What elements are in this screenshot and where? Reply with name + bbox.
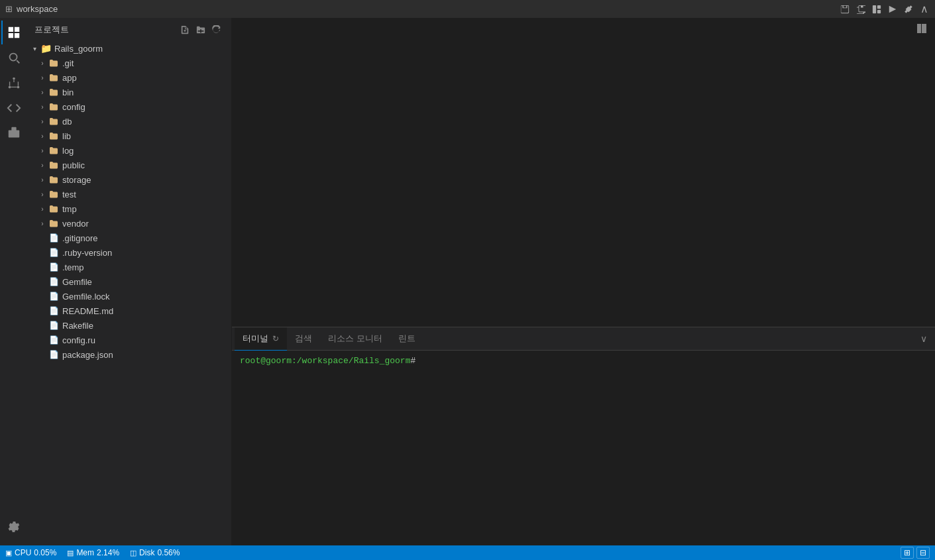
folder-icon: 📁	[40, 42, 52, 54]
activity-search[interactable]	[1, 46, 25, 70]
terminal-tab-3[interactable]: 린트	[390, 327, 423, 351]
file-icon: 📄	[48, 261, 60, 273]
tools-icon[interactable]	[903, 4, 914, 15]
statusbar-layout-btn[interactable]: ⊟	[916, 547, 930, 559]
run-icon[interactable]	[887, 4, 898, 15]
mem-label: Mem	[76, 548, 94, 557]
tree-item-label: app	[62, 73, 77, 83]
chevron-right-icon: ›	[37, 58, 48, 68]
terminal-tab-1[interactable]: 검색	[287, 327, 320, 351]
cpu-label: CPU	[15, 548, 31, 557]
tree-item[interactable]: 📄Rakefile	[27, 318, 231, 333]
tree-item[interactable]: ›log	[27, 143, 231, 158]
terminal-tabs-container: 터미널↻검색리소스 모니터린트	[235, 327, 423, 351]
chevron-right-icon: ›	[37, 101, 48, 112]
svg-rect-0	[873, 5, 876, 13]
activity-code[interactable]	[1, 96, 25, 120]
terminal-tab-label: 터미널	[243, 333, 268, 345]
tree-item[interactable]: 📄.temp	[27, 260, 231, 274]
folder-closed-icon	[48, 188, 60, 200]
folder-closed-icon	[48, 115, 60, 127]
activity-explorer[interactable]	[1, 21, 25, 44]
mem-status[interactable]: ▤ Mem 2.14%	[67, 548, 119, 557]
tree-item-label: test	[62, 190, 76, 199]
tree-root-folder[interactable]: ▾ 📁 Rails_goorm	[27, 41, 231, 56]
tree-item[interactable]: ›db	[27, 114, 231, 129]
chevron-right-icon: ›	[37, 145, 48, 156]
tree-item[interactable]: ›tmp	[27, 201, 231, 216]
cpu-status[interactable]: ▣ CPU 0.05%	[5, 548, 56, 557]
terminal-refresh-icon[interactable]: ↻	[272, 334, 279, 343]
svg-rect-2	[877, 9, 881, 13]
tree-item-label: vendor	[62, 219, 89, 229]
file-icon: 📄	[48, 319, 60, 331]
tree-item[interactable]: 📄Gemfile.lock	[27, 289, 231, 304]
activity-git[interactable]	[1, 71, 25, 95]
sidebar-actions	[178, 23, 223, 36]
tree-item[interactable]: ›storage	[27, 172, 231, 187]
tree-item[interactable]: ›lib	[27, 129, 231, 143]
activity-extensions[interactable]	[1, 121, 25, 145]
sidebar: 프로젝트 ▾ 📁 Rails_goorm	[27, 18, 232, 545]
tree-item[interactable]: ›.git	[27, 56, 231, 70]
chevron-right-icon: ›	[37, 116, 48, 127]
folder-closed-icon	[48, 159, 60, 171]
app-icon: ⊞	[5, 4, 13, 14]
tree-item-label: .ruby-version	[62, 248, 112, 258]
file-icon: 📄	[48, 305, 60, 317]
tree-item[interactable]: ›bin	[27, 85, 231, 99]
titlebar-title: workspace	[17, 4, 58, 14]
file-icon: 📄	[48, 232, 60, 244]
save-all-icon[interactable]	[855, 4, 866, 15]
tree-item-label: Gemfile	[62, 277, 92, 287]
titlebar-right: ∧	[840, 4, 930, 15]
sidebar-title: 프로젝트	[34, 24, 69, 36]
titlebar-left: ⊞ workspace	[5, 4, 58, 14]
chevron-right-icon: ›	[37, 189, 48, 199]
cpu-icon: ▣	[5, 549, 12, 557]
tree-item[interactable]: 📄Gemfile	[27, 274, 231, 289]
terminal-collapse-button[interactable]: ∨	[915, 333, 932, 344]
tree-item[interactable]: 📄.ruby-version	[27, 245, 231, 260]
save-icon[interactable]	[840, 4, 850, 15]
split-editor-button[interactable]	[916, 23, 927, 36]
tree-item[interactable]: ›config	[27, 99, 231, 114]
tree-item-label: storage	[62, 175, 91, 185]
tree-item[interactable]: ›public	[27, 158, 231, 172]
statusbar-grid-btn[interactable]: ⊞	[901, 547, 914, 559]
chevron-right-icon: ›	[37, 218, 48, 229]
tree-item[interactable]: 📄package.json	[27, 347, 231, 362]
activity-bar	[0, 18, 27, 545]
folder-closed-icon	[48, 57, 60, 69]
file-icon: 📄	[48, 276, 60, 288]
activity-settings[interactable]	[1, 515, 25, 539]
disk-status[interactable]: ◫ Disk 0.56%	[130, 548, 180, 557]
tree-item-label: bin	[62, 87, 74, 97]
tree-item[interactable]: 📄config.ru	[27, 333, 231, 347]
terminal-tab-label: 검색	[295, 333, 312, 345]
chevron-down-icon: ▾	[29, 43, 40, 54]
file-icon: 📄	[48, 349, 60, 361]
titlebar: ⊞ workspace ∧	[0, 0, 935, 18]
terminal-tab-2[interactable]: 리소스 모니터	[320, 327, 390, 351]
tree-item[interactable]: ›app	[27, 70, 231, 85]
terminal-content[interactable]: root@goorm:/workspace/Rails_goorm#	[232, 351, 935, 545]
tree-item[interactable]: 📄.gitignore	[27, 231, 231, 245]
terminal-panel: 터미널↻검색리소스 모니터린트 ∨ root@goorm:/workspace/…	[232, 327, 935, 545]
new-file-button[interactable]	[178, 23, 192, 36]
tree-item[interactable]: 📄README.md	[27, 304, 231, 318]
terminal-tab-0[interactable]: 터미널↻	[235, 327, 287, 351]
statusbar: ▣ CPU 0.05% ▤ Mem 2.14% ◫ Disk 0.56% ⊞ ⊟	[0, 545, 935, 560]
new-folder-button[interactable]	[194, 23, 207, 36]
file-tree: ▾ 📁 Rails_goorm ›.git›app›bin›config›db›…	[27, 41, 231, 545]
tree-items-container: ›.git›app›bin›config›db›lib›log›public›s…	[27, 56, 231, 362]
maximize-icon[interactable]: ∧	[919, 4, 930, 15]
folder-closed-icon	[48, 86, 60, 98]
tree-item[interactable]: ›vendor	[27, 216, 231, 231]
refresh-button[interactable]	[210, 23, 223, 36]
svg-point-4	[9, 86, 11, 89]
layout-icon[interactable]	[871, 4, 882, 15]
tree-item[interactable]: ›test	[27, 187, 231, 201]
cpu-value: 0.05%	[34, 548, 56, 557]
tree-item-label: .gitignore	[62, 233, 97, 243]
